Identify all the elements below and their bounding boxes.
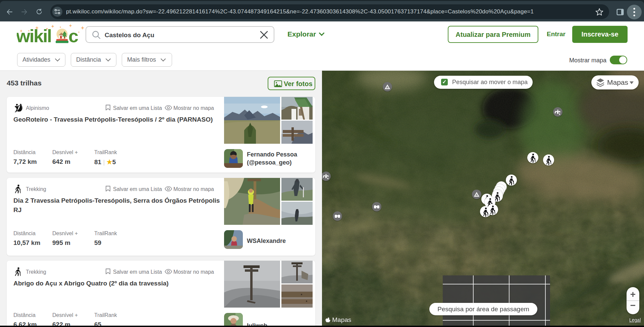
svg-text:c: c	[68, 26, 78, 46]
svg-text:wikil: wikil	[17, 26, 51, 46]
